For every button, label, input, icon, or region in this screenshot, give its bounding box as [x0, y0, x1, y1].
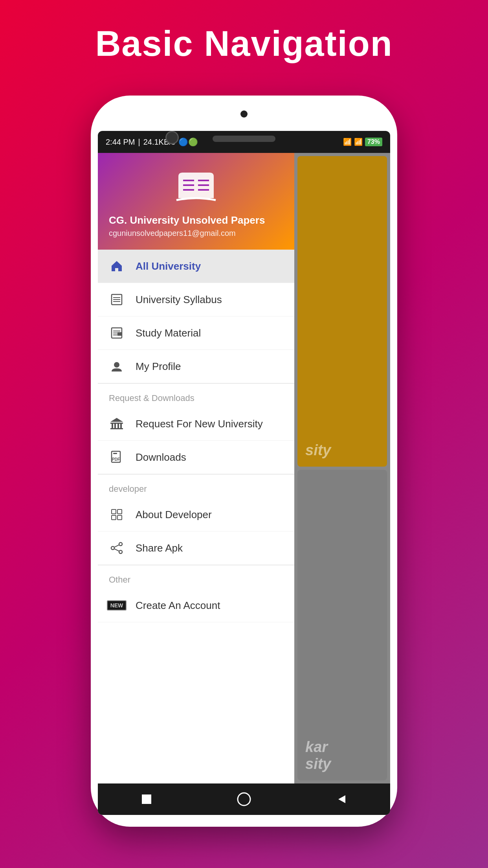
- right-card-1: sity: [297, 156, 387, 467]
- svg-rect-28: [112, 515, 116, 520]
- svg-rect-29: [117, 515, 122, 520]
- nav-home-button[interactable]: [234, 789, 254, 809]
- drawer-app-name: CG. University Unsolved Papers: [109, 214, 265, 226]
- status-right: 📶 📶 73%: [343, 138, 382, 146]
- nav-label-about-developer: About Developer: [136, 509, 212, 521]
- svg-text:PDF: PDF: [112, 457, 120, 462]
- svg-line-34: [114, 549, 119, 551]
- nav-label-request-university: Request For New University: [136, 418, 263, 430]
- svg-point-30: [119, 542, 122, 546]
- page-title: Basic Navigation: [95, 24, 393, 64]
- drawer-header: CG. University Unsolved Papers cguniunso…: [98, 153, 294, 250]
- svg-rect-27: [117, 509, 122, 514]
- svg-line-33: [114, 545, 119, 547]
- nav-item-all-university[interactable]: All University: [98, 250, 294, 283]
- phone-camera: [165, 131, 179, 144]
- svg-point-15: [114, 362, 119, 368]
- nav-label-study-material: Study Material: [136, 327, 201, 339]
- svg-rect-22: [120, 424, 122, 428]
- phone-speaker: [213, 136, 275, 142]
- main-content: CG. University Unsolved Papers cguniunso…: [98, 153, 390, 783]
- drawer-email: cguniunsolvedpapers11@gmail.com: [109, 229, 236, 238]
- nav-item-downloads[interactable]: PDF Downloads: [98, 441, 294, 474]
- phone-top-dot: [240, 110, 248, 118]
- svg-rect-26: [112, 509, 116, 514]
- svg-rect-14: [117, 332, 122, 336]
- signal-icon: 📶: [354, 138, 363, 146]
- status-speed: |: [138, 138, 140, 147]
- syllabus-icon: [109, 292, 125, 307]
- back-icon: [334, 792, 349, 806]
- svg-marker-18: [110, 418, 123, 422]
- bank-icon: [109, 416, 125, 432]
- nav-section-request: Request For New University PDF Downloads: [98, 407, 294, 474]
- nav-item-university-syllabus[interactable]: University Syllabus: [98, 283, 294, 316]
- home-icon: [109, 258, 125, 274]
- nav-item-my-profile[interactable]: My Profile: [98, 350, 294, 383]
- status-time: 2:44 PM: [106, 138, 135, 147]
- screen: 2:44 PM | 24.1KB/s 🔵🟢 📶 📶 73%: [98, 131, 390, 815]
- nav-label-share-apk: Share Apk: [136, 542, 183, 554]
- section-header-developer: developer: [98, 474, 294, 498]
- nav-item-share-apk[interactable]: Share Apk: [98, 531, 294, 565]
- nav-item-request-university[interactable]: Request For New University: [98, 407, 294, 441]
- nav-item-create-account[interactable]: NEW Create An Account: [98, 589, 294, 622]
- battery-indicator: 73%: [365, 138, 382, 146]
- svg-rect-35: [142, 794, 151, 804]
- status-bar: 2:44 PM | 24.1KB/s 🔵🟢 📶 📶 73%: [98, 131, 390, 153]
- phone-shell: 2:44 PM | 24.1KB/s 🔵🟢 📶 📶 73%: [91, 96, 397, 827]
- new-label: NEW: [107, 600, 127, 611]
- share-icon: [109, 540, 125, 556]
- nav-label-university-syllabus: University Syllabus: [136, 294, 222, 306]
- new-badge-icon: NEW: [109, 598, 125, 613]
- svg-point-31: [111, 546, 114, 550]
- section-header-other: Other: [98, 565, 294, 589]
- svg-point-36: [238, 793, 250, 805]
- svg-rect-17: [110, 428, 123, 429]
- bottom-nav-bar: [98, 783, 390, 815]
- drawer-logo: [172, 169, 220, 208]
- svg-point-32: [119, 550, 122, 554]
- nav-section-other: NEW Create An Account: [98, 589, 294, 622]
- nav-item-study-material[interactable]: Study Material: [98, 316, 294, 350]
- drawer: CG. University Unsolved Papers cguniunso…: [98, 153, 294, 783]
- svg-marker-37: [338, 795, 345, 803]
- study-material-icon: [109, 325, 125, 341]
- wifi-icon: 📶: [343, 138, 352, 146]
- right-card-2: karsity: [297, 470, 387, 780]
- right-panel: sity karsity: [294, 153, 390, 783]
- profile-icon: [109, 359, 125, 374]
- nav-label-downloads: Downloads: [136, 451, 186, 463]
- right-card-text-1: sity: [305, 442, 331, 459]
- svg-rect-20: [114, 424, 116, 428]
- nav-square-button[interactable]: [137, 789, 156, 809]
- nav-back-button[interactable]: [332, 789, 351, 809]
- nav-label-all-university: All University: [136, 260, 201, 272]
- pdf-icon: PDF: [109, 449, 125, 465]
- nav-label-my-profile: My Profile: [136, 360, 181, 373]
- square-icon: [139, 792, 154, 806]
- status-icons: 🔵🟢: [178, 137, 198, 147]
- svg-rect-16: [110, 423, 123, 424]
- grid-icon: [109, 507, 125, 522]
- section-header-request-downloads: Request & Downloads: [98, 383, 294, 407]
- book-logo-icon: [174, 171, 218, 206]
- nav-label-create-account: Create An Account: [136, 600, 220, 612]
- nav-section-developer: About Developer: [98, 498, 294, 565]
- nav-item-about-developer[interactable]: About Developer: [98, 498, 294, 531]
- svg-rect-21: [117, 424, 119, 428]
- status-left: 2:44 PM | 24.1KB/s 🔵🟢: [106, 137, 198, 147]
- svg-rect-19: [112, 424, 113, 428]
- svg-rect-24: [113, 453, 117, 454]
- nav-section-main: All University University Syll: [98, 250, 294, 383]
- right-card-text-2: karsity: [305, 739, 331, 772]
- circle-icon: [236, 791, 252, 807]
